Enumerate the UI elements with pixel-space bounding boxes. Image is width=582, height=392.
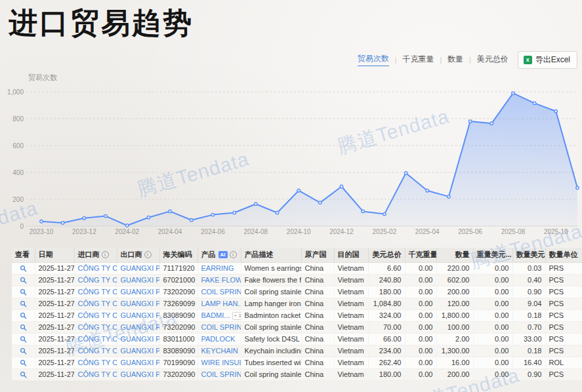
cell-kg_weight: 0.00 — [405, 274, 436, 286]
cell-exporter[interactable]: GUANGXI PI... — [117, 357, 159, 368]
search-icon[interactable] — [20, 324, 27, 331]
cell-product[interactable]: KEYCHAIN — [197, 345, 241, 357]
cell-description: Coil spring stainless... — [241, 368, 301, 380]
cell-weight_usd: 0.00 — [473, 345, 512, 357]
cell-origin: China — [301, 357, 334, 368]
export-excel-button[interactable]: x 导出Excel — [518, 51, 577, 69]
search-icon[interactable] — [20, 347, 27, 355]
search-icon[interactable] — [20, 336, 27, 343]
cell-unit: PCS — [545, 309, 582, 321]
cell-product[interactable]: FAKE FLOWER — [197, 274, 241, 286]
cell-exporter[interactable]: GUANGXI PI... — [117, 298, 159, 309]
cell-exporter[interactable]: GUANGXI PI... — [117, 321, 159, 333]
cell-importer[interactable]: CÔNG TY C... — [74, 357, 117, 368]
cell-importer[interactable]: CÔNG TY C... — [74, 321, 117, 333]
search-icon[interactable] — [20, 277, 27, 284]
cell-destination: Vietnam — [334, 333, 368, 345]
cell-date: 2025-11-27 — [35, 321, 74, 333]
cell-weight_usd: 0.00 — [473, 262, 512, 274]
cell-importer[interactable]: CÔNG TY C... — [74, 274, 117, 286]
table-header: 查看日期进口商i出口商i海关编码产品AIi产品描述原产国目的国美元总价千克重量数… — [12, 248, 582, 262]
cell-qty_usd: 0.90 — [512, 286, 545, 298]
cell-view — [12, 333, 35, 345]
cell-exporter[interactable]: GUANGXI PI... — [117, 345, 159, 357]
column-header-origin: 原产国 — [301, 248, 334, 262]
cell-importer[interactable]: CÔNG TY C... — [74, 262, 117, 274]
cell-date: 2025-11-27 — [35, 309, 74, 321]
cell-date: 2025-11-27 — [35, 298, 74, 309]
cell-kg_weight: 0.00 — [405, 368, 436, 380]
cell-product[interactable]: BADMI...+ 1 — [197, 309, 241, 321]
info-icon[interactable]: i — [102, 251, 109, 258]
search-icon[interactable] — [20, 312, 27, 319]
cell-product[interactable]: EARRING — [197, 262, 241, 274]
cell-quantity: 200.00 — [436, 286, 473, 298]
cell-importer[interactable]: CÔNG TY C... — [74, 333, 117, 345]
cell-hs_code: 73202090 — [159, 286, 197, 298]
cell-exporter[interactable]: GUANGXI PI... — [117, 368, 159, 380]
cell-usd_total: 234.00 — [368, 345, 405, 357]
svg-text:2024-12: 2024-12 — [329, 228, 354, 235]
metric-tab-3[interactable]: 数量 — [447, 54, 463, 66]
cell-product[interactable]: COIL SPRING — [197, 368, 241, 380]
cell-usd_total: 1,084.80 — [368, 298, 405, 309]
table-row: 2025-11-27CÔNG TY C...GUANGXI PI...83089… — [12, 309, 582, 321]
table-row: 2025-11-27CÔNG TY C...GUANGXI PI...67021… — [12, 274, 582, 286]
cell-origin: China — [301, 286, 334, 298]
column-label: 产品描述 — [245, 250, 274, 258]
tab-separator: | — [440, 56, 442, 64]
cell-importer[interactable]: CÔNG TY C... — [74, 368, 117, 380]
cell-exporter[interactable]: GUANGXI PI... — [117, 333, 159, 345]
cell-product[interactable]: COIL SPRING — [197, 286, 241, 298]
cell-unit: PCS — [545, 321, 582, 333]
table-row: 2025-11-27CÔNG TY C...GUANGXI PI...83011… — [12, 333, 582, 345]
cell-weight_usd: 0.00 — [473, 333, 512, 345]
cell-importer[interactable]: CÔNG TY C... — [74, 298, 117, 309]
info-icon[interactable]: i — [144, 251, 152, 258]
metric-tab-1[interactable]: 贸易次数 — [358, 53, 389, 66]
cell-exporter[interactable]: GUANGXI PI... — [117, 262, 159, 274]
metric-tab-2[interactable]: 千克重量 — [402, 54, 434, 66]
search-icon[interactable] — [20, 371, 27, 378]
cell-importer[interactable]: CÔNG TY C... — [74, 286, 117, 298]
table-row: 2025-11-27CÔNG TY C...GUANGXI PI...73202… — [12, 368, 582, 380]
more-products-badge[interactable]: + 1 — [232, 312, 241, 320]
column-label: 目的国 — [338, 250, 360, 258]
cell-kg_weight: 0.00 — [405, 321, 436, 333]
cell-origin: China — [301, 333, 334, 345]
cell-usd_total: 66.00 — [368, 333, 405, 345]
cell-quantity: 200.00 — [436, 368, 473, 380]
cell-product[interactable]: WIRE INSUL... — [197, 357, 241, 368]
column-label: 数量 — [455, 250, 470, 258]
cell-kg_weight: 0.00 — [405, 357, 436, 368]
info-icon[interactable]: i — [230, 251, 237, 258]
cell-hs_code: 67021000 — [159, 274, 197, 286]
cell-product[interactable]: COIL SPRING — [197, 321, 241, 333]
column-header-unit: 数量单位 — [545, 248, 582, 262]
cell-qty_usd: 0.18 — [512, 309, 545, 321]
cell-product[interactable]: PADLOCK — [197, 333, 241, 345]
cell-origin: China — [301, 345, 334, 357]
search-icon[interactable] — [20, 359, 27, 366]
column-label: 千克重量 — [409, 250, 437, 258]
cell-importer[interactable]: CÔNG TY C... — [74, 309, 117, 321]
cell-destination: Vietnam — [334, 262, 368, 274]
cell-destination: Vietnam — [334, 286, 368, 298]
cell-quantity: 220.00 — [436, 262, 473, 274]
search-icon[interactable] — [20, 300, 27, 307]
cell-importer[interactable]: CÔNG TY C... — [74, 345, 117, 357]
cell-quantity: 120.00 — [436, 298, 473, 309]
cell-destination: Vietnam — [334, 274, 368, 286]
metric-tab-4[interactable]: 美元总价 — [477, 54, 509, 66]
cell-description: Coil spring stainless... — [241, 286, 301, 298]
column-label: 重量美元... — [477, 250, 512, 258]
cell-weight_usd: 0.00 — [473, 286, 512, 298]
search-icon[interactable] — [20, 288, 27, 296]
cell-exporter[interactable]: GUANGXI PI... — [117, 309, 159, 321]
cell-product[interactable]: LAMP HAN... — [197, 298, 241, 309]
cell-kg_weight: 0.00 — [405, 298, 436, 309]
svg-text:2025-04: 2025-04 — [415, 228, 440, 235]
cell-exporter[interactable]: GUANGXI PI... — [117, 286, 159, 298]
cell-exporter[interactable]: GUANGXI PI... — [117, 274, 159, 286]
search-icon[interactable] — [20, 265, 27, 272]
